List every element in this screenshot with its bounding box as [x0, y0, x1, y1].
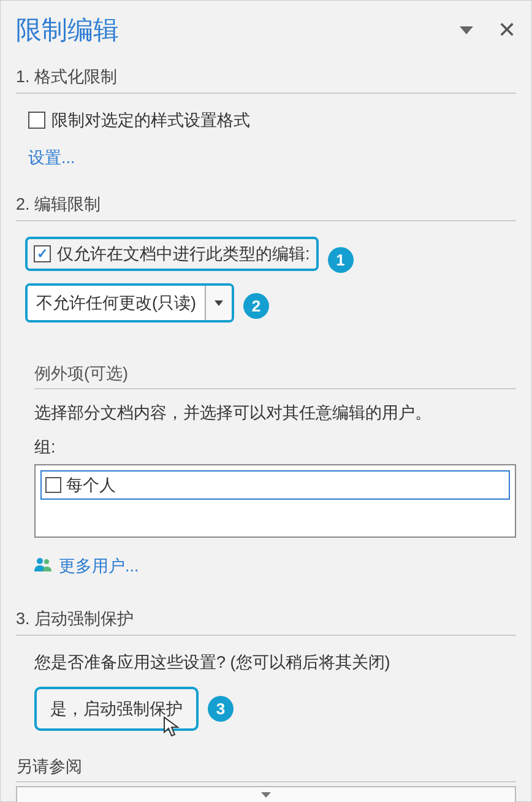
exceptions-description: 选择部分文档内容，并选择可以对其任意编辑的用户。: [34, 402, 516, 424]
users-icon: [34, 557, 51, 576]
exceptions-block: 例外项(可选) 选择部分文档内容，并选择可以对其任意编辑的用户。 组: 每个人: [34, 362, 516, 577]
svg-point-0: [37, 558, 43, 564]
allow-editing-label: 仅允许在文档中进行此类型的编辑:: [57, 243, 310, 265]
allow-editing-checkbox-container[interactable]: 仅允许在文档中进行此类型的编辑:: [25, 237, 319, 271]
settings-link[interactable]: 设置...: [28, 147, 75, 169]
callout-badge-3: 3: [208, 696, 234, 722]
group-item-everyone[interactable]: 每个人: [40, 470, 510, 500]
header-controls: ✕: [460, 17, 516, 43]
editing-type-dropdown-row: 不允许任何更改(只读) 2: [16, 283, 516, 329]
more-users-link[interactable]: 更多用户...: [34, 555, 516, 577]
editing-type-dropdown[interactable]: 不允许任何更改(只读): [25, 283, 234, 323]
editing-type-value: 不允许任何更改(只读): [28, 286, 206, 320]
restrict-editing-panel: 限制编辑 ✕ 1. 格式化限制 限制对选定的样式设置格式 设置... 2. 编辑…: [0, 0, 532, 802]
group-item-label: 每个人: [66, 474, 116, 496]
see-also-title: 另请参阅: [16, 755, 516, 777]
see-also-section: 另请参阅: [16, 755, 516, 802]
section-formatting-restrictions: 1. 格式化限制 限制对选定的样式设置格式 设置...: [16, 66, 516, 169]
section1-title: 1. 格式化限制: [16, 66, 516, 88]
callout-badge-1: 1: [328, 247, 354, 273]
formatting-checkbox[interactable]: [28, 112, 45, 129]
cursor-icon: [163, 716, 180, 743]
exceptions-title: 例外项(可选): [34, 362, 516, 389]
section-enforce-protection: 3. 启动强制保护 您是否准备应用这些设置? (您可以稍后将其关闭) 是，启动强…: [16, 608, 516, 731]
group-label: 组:: [34, 436, 516, 458]
panel-header: 限制编辑 ✕: [16, 13, 516, 47]
enforce-button-row: 是，启动强制保护 3: [16, 687, 516, 731]
allow-editing-checkbox[interactable]: [34, 245, 51, 262]
more-users-text: 更多用户...: [59, 555, 139, 577]
divider: [16, 220, 516, 221]
divider: [16, 781, 516, 782]
chevron-down-icon: [215, 300, 223, 306]
formatting-checkbox-label: 限制对选定的样式设置格式: [51, 109, 250, 131]
callout-badge-2: 2: [243, 293, 269, 319]
chevron-down-icon: [261, 792, 271, 798]
section-editing-restrictions: 2. 编辑限制 仅允许在文档中进行此类型的编辑: 1 不允许任何更改(只读) 2…: [16, 193, 516, 577]
svg-point-1: [44, 559, 49, 564]
expand-bar[interactable]: [16, 786, 516, 802]
close-icon[interactable]: ✕: [498, 17, 516, 43]
section2-title: 2. 编辑限制: [16, 193, 516, 215]
apply-settings-question: 您是否准备应用这些设置? (您可以稍后将其关闭): [34, 651, 516, 673]
allow-editing-row: 仅允许在文档中进行此类型的编辑: 1: [16, 237, 516, 283]
group-item-checkbox[interactable]: [45, 477, 61, 493]
panel-title: 限制编辑: [16, 13, 119, 47]
panel-menu-dropdown-icon[interactable]: [460, 26, 473, 34]
dropdown-arrow-button[interactable]: [206, 286, 232, 320]
divider: [16, 93, 516, 94]
divider: [16, 635, 516, 636]
group-listbox[interactable]: 每个人: [34, 464, 516, 538]
formatting-checkbox-row[interactable]: 限制对选定的样式设置格式: [28, 109, 516, 131]
section3-title: 3. 启动强制保护: [16, 608, 516, 630]
